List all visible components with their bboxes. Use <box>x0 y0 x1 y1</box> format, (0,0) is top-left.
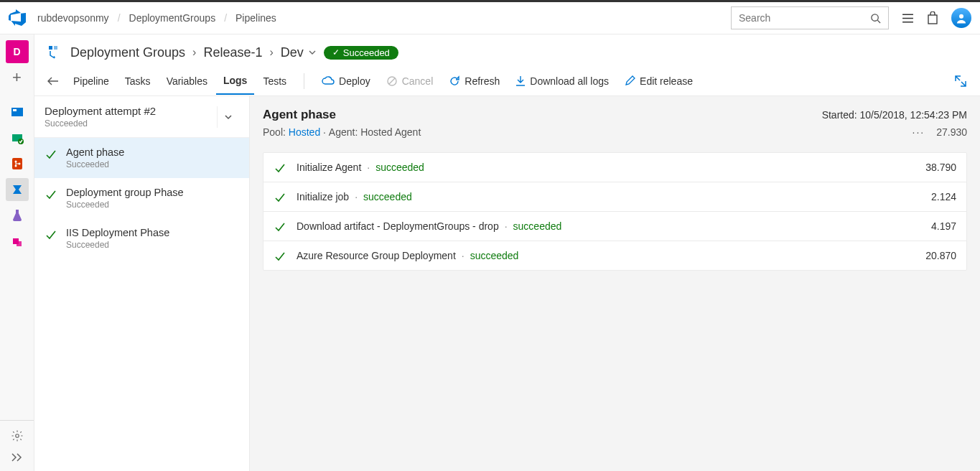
chevron-right-icon: › <box>269 46 273 59</box>
check-icon <box>274 191 286 204</box>
boards-icon[interactable] <box>6 101 29 123</box>
list-icon[interactable] <box>902 12 914 24</box>
tab-tests[interactable]: Tests <box>256 68 294 94</box>
deploy-button[interactable]: Deploy <box>314 75 378 87</box>
task-status: succeeded <box>470 250 519 261</box>
devops-logo-icon[interactable] <box>9 9 26 27</box>
project-tile[interactable]: D <box>6 40 29 63</box>
download-label: Download all logs <box>530 75 609 87</box>
cancel-label: Cancel <box>402 75 434 87</box>
download-icon <box>515 75 526 87</box>
tab-logs[interactable]: Logs <box>216 67 254 95</box>
repos-icon[interactable] <box>6 126 29 149</box>
top-icons <box>902 8 971 28</box>
svg-rect-15 <box>49 46 52 50</box>
breadcrumb-area[interactable]: Pipelines <box>235 12 276 24</box>
detail-subheader: Pool: Hosted · Agent: Hosted Agent ··· 2… <box>263 126 980 138</box>
breadcrumb-project[interactable]: DeploymentGroups <box>129 12 216 24</box>
task-row[interactable]: Azure Resource Group Deployment · succee… <box>263 241 966 270</box>
svg-rect-4 <box>11 108 23 116</box>
check-icon <box>274 162 286 174</box>
tabs-row: Pipeline Tasks Variables Logs Tests Depl… <box>34 66 980 96</box>
task-time: 38.790 <box>925 162 956 173</box>
svg-point-14 <box>15 434 19 438</box>
svg-rect-16 <box>54 46 57 50</box>
phase-status: Succeeded <box>66 159 124 169</box>
phase-item[interactable]: IIS Deployment Phase Succeeded <box>34 218 249 258</box>
cancel-icon <box>386 75 398 87</box>
task-status: succeeded <box>375 162 424 173</box>
phase-name: IIS Deployment Phase <box>66 227 169 238</box>
phase-name: Deployment group Phase <box>66 187 184 198</box>
stage-name: Dev <box>281 45 304 60</box>
pool-link[interactable]: Hosted <box>289 126 320 138</box>
attempt-dropdown[interactable] <box>217 106 239 128</box>
release-name[interactable]: Release-1 <box>203 45 262 60</box>
phase-item[interactable]: Agent phase Succeeded <box>34 138 249 178</box>
task-time: 4.197 <box>931 220 956 232</box>
refresh-label: Refresh <box>465 75 500 87</box>
dot-sep: · <box>367 162 370 173</box>
phase-item[interactable]: Deployment group Phase Succeeded <box>34 178 249 218</box>
svg-rect-13 <box>17 241 22 246</box>
check-icon <box>45 148 57 169</box>
task-name: Azure Resource Group Deployment <box>297 250 456 261</box>
search-input[interactable] <box>739 12 870 24</box>
breadcrumb-sep: / <box>118 12 121 24</box>
deployment-icon <box>47 45 63 60</box>
tab-pipeline[interactable]: Pipeline <box>66 68 116 94</box>
svg-point-3 <box>959 14 963 19</box>
page-header: Deployment Groups › Release-1 › Dev Succ… <box>34 34 980 66</box>
fullscreen-icon[interactable] <box>954 75 967 88</box>
add-icon[interactable]: + <box>6 66 29 89</box>
svg-line-18 <box>389 78 395 84</box>
phase-name: Agent phase <box>66 146 124 158</box>
bag-icon[interactable] <box>927 11 938 24</box>
task-list: Initialize Agent · succeeded 38.790 Init… <box>263 152 967 271</box>
tab-variables[interactable]: Variables <box>159 68 215 94</box>
search-box[interactable] <box>731 6 889 29</box>
left-nav: D + <box>0 34 34 471</box>
edit-icon <box>625 75 635 86</box>
svg-line-1 <box>877 20 880 23</box>
source-icon[interactable] <box>6 152 29 175</box>
settings-icon[interactable] <box>11 429 24 442</box>
cloud-icon <box>322 76 335 86</box>
check-icon <box>274 220 286 233</box>
svg-rect-5 <box>13 109 17 111</box>
page-title[interactable]: Deployment Groups <box>70 45 185 60</box>
chevron-down-icon <box>308 48 317 57</box>
collapse-icon[interactable] <box>11 452 24 462</box>
phase-sidebar: Deployment attempt #2 Succeeded Agent ph… <box>34 96 250 471</box>
task-row[interactable]: Download artifact - DeploymentGroups - d… <box>263 212 966 241</box>
check-icon <box>45 228 57 250</box>
content: Deployment Groups › Release-1 › Dev Succ… <box>34 34 980 471</box>
more-menu[interactable]: ··· <box>913 126 925 138</box>
edit-button[interactable]: Edit release <box>617 75 700 87</box>
breadcrumb-org[interactable]: rubdevopsonmy <box>37 12 109 24</box>
started-time: Started: 10/5/2018, 12:54:23 PM <box>822 109 967 121</box>
task-name: Initialize Agent <box>297 162 361 173</box>
body: Deployment attempt #2 Succeeded Agent ph… <box>34 96 980 471</box>
pipelines-icon[interactable] <box>6 178 29 201</box>
test-icon[interactable] <box>6 204 29 227</box>
detail-title: Agent phase <box>263 108 336 122</box>
search-icon[interactable] <box>870 13 881 24</box>
task-time: 20.870 <box>925 250 956 261</box>
dot-sep: · <box>462 250 465 261</box>
tab-tasks[interactable]: Tasks <box>118 68 158 94</box>
task-row[interactable]: Initialize job · succeeded 2.124 <box>263 182 966 212</box>
artifacts-icon[interactable] <box>6 230 29 253</box>
stage-selector[interactable]: Dev <box>281 45 317 60</box>
task-row[interactable]: Initialize Agent · succeeded 38.790 <box>263 153 966 182</box>
status-badge: Succeeded <box>324 46 398 60</box>
breadcrumb-sep: / <box>224 12 227 24</box>
dot-sep: · <box>505 220 508 232</box>
detail-panel: Agent phase Started: 10/5/2018, 12:54:23… <box>250 96 980 471</box>
refresh-button[interactable]: Refresh <box>442 75 507 87</box>
avatar[interactable] <box>951 8 971 28</box>
svg-rect-2 <box>928 15 937 24</box>
task-status: succeeded <box>363 191 412 202</box>
download-button[interactable]: Download all logs <box>508 75 616 87</box>
back-arrow-icon[interactable] <box>47 76 59 86</box>
